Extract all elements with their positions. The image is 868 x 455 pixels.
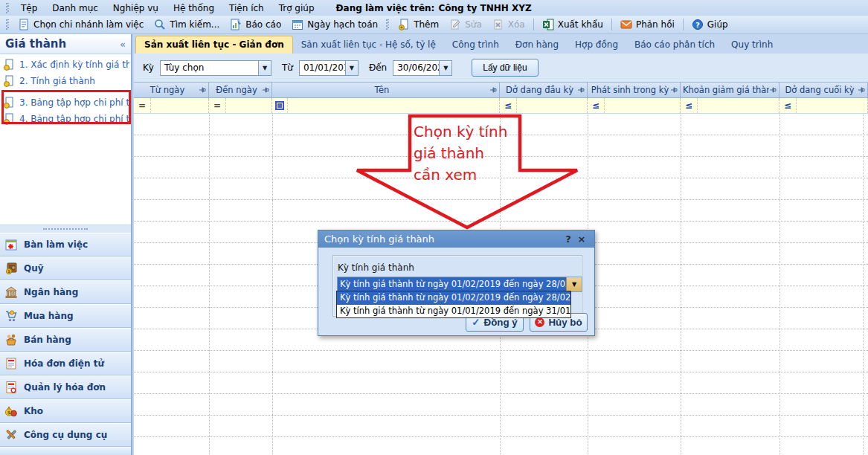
pin-icon[interactable] (489, 86, 497, 94)
tab-hop-dong[interactable]: Hợp đồng (567, 36, 626, 54)
collapse-panel-icon[interactable]: « (120, 39, 126, 50)
period-combo[interactable]: Tùy chọn ▼ (160, 60, 271, 76)
sidebar-item-tinh-gia-thanh[interactable]: 2. Tính giá thành (3, 73, 129, 89)
edit-button[interactable]: Sửa (444, 17, 487, 33)
column-header-tu-ngay[interactable]: Từ ngày (134, 82, 209, 98)
sidebar-item-bang-tap-hop-4[interactable]: 4. Bảng tập hợp chi phí the... (3, 111, 129, 127)
column-header-khoan-giam-gia-thanh[interactable]: Khoản giảm giá thành (681, 82, 779, 98)
less-equal-operator-icon[interactable]: ≤ (503, 100, 513, 111)
nav-item-ngan-hang[interactable]: Ngân hàng (0, 280, 131, 304)
checkbox-filter-icon[interactable] (275, 101, 284, 110)
tab-san-xuat-gian-don[interactable]: Sản xuất liên tục - Giản đơn (135, 36, 293, 54)
tab-don-hang[interactable]: Đơn hàng (507, 36, 567, 54)
tab-bao-cao-phan-tich[interactable]: Báo cáo phân tích (626, 36, 723, 54)
search-button[interactable]: Tìm kiếm... (149, 17, 225, 33)
nav-item-ban-hang[interactable]: Bán hàng (0, 328, 131, 352)
filter-cell-do-dang-dau-ky[interactable]: ≤ (500, 98, 588, 113)
dialog-title-bar[interactable]: Chọn kỳ tính giá thành ? × (318, 230, 594, 248)
choose-branch-button[interactable]: Chọn chi nhánh làm việc (13, 17, 149, 33)
equals-operator-icon[interactable]: = (212, 100, 222, 111)
column-header-phat-sinh-trong-ky[interactable]: Phát sinh trong kỳ (588, 82, 681, 98)
menu-nghiep-vu[interactable]: Nghiệp vụ (106, 1, 165, 15)
add-button[interactable]: Thêm (393, 17, 444, 33)
filter-cell-den-ngay[interactable]: = (209, 98, 272, 113)
filter-cell-tu-ngay[interactable]: = (134, 98, 209, 113)
report-button[interactable]: Báo cáo (225, 17, 286, 33)
pin-icon[interactable] (199, 86, 206, 94)
table-row (134, 178, 868, 200)
pin-icon[interactable] (858, 86, 865, 94)
to-date-field[interactable]: 30/06/2020 ▼ (393, 60, 452, 76)
toolbar: Chọn chi nhánh làm việc Tìm kiếm... Báo … (0, 16, 868, 34)
branch-icon (18, 19, 30, 30)
document-add-icon (3, 97, 15, 109)
filter-cell-khoan-giam[interactable]: ≤ (681, 98, 779, 113)
pin-icon[interactable] (670, 86, 678, 94)
excel-icon (542, 19, 554, 30)
table-row (134, 372, 868, 394)
toolbar-grip-icon (6, 19, 10, 30)
cash-safe-icon: $ (4, 262, 18, 275)
menu-he-thong[interactable]: Hệ thống (167, 1, 221, 15)
sidebar-item-xac-dinh-ky[interactable]: 1. Xác định kỳ tính giá thành (3, 57, 129, 73)
nav-item-hoa-don-dien-tu[interactable]: Hóa đơn điện tử (0, 352, 131, 375)
delete-button[interactable]: Xóa (487, 17, 530, 33)
from-date-field[interactable]: 01/01/2016 ▼ (299, 60, 359, 76)
less-equal-operator-icon[interactable]: ≤ (591, 100, 601, 111)
pin-icon[interactable] (769, 86, 777, 94)
export-button[interactable]: Xuất khẩu (537, 17, 608, 33)
pin-icon[interactable] (577, 86, 585, 94)
tab-san-xuat-he-so[interactable]: Sản xuất liên tục - Hệ số, tỷ lệ (293, 36, 444, 54)
working-on-label: Đang làm việc trên:Công ty TNHH XYZ (336, 3, 532, 13)
period-select-combo[interactable]: Kỳ tính giá thành từ ngày 01/02/2019 đến… (337, 277, 582, 292)
dropdown-option-jan-2019[interactable]: Kỳ tính giá thành từ ngày 01/01/2019 đến… (337, 305, 570, 318)
less-equal-operator-icon[interactable]: ≤ (684, 100, 694, 111)
column-header-ten[interactable]: Tên (272, 82, 500, 98)
help-button[interactable]: ? Giúp (687, 17, 733, 33)
nav-item-partial[interactable] (0, 447, 131, 455)
dropdown-option-feb-2019[interactable]: Kỳ tính giá thành từ ngày 01/02/2019 đến… (337, 291, 570, 305)
posting-date-button[interactable]: Ngày hạch toán (286, 17, 383, 33)
column-header-den-ngay[interactable]: Đến ngày (209, 82, 272, 98)
chevron-down-icon[interactable]: ▼ (258, 61, 271, 75)
tab-quy-trinh[interactable]: Quy trình (723, 36, 781, 54)
load-data-button[interactable]: Lấy dữ liệu (472, 59, 538, 77)
nav-item-kho[interactable]: $ Kho (0, 399, 131, 423)
to-label: Đến (369, 62, 387, 73)
filter-cell-phat-sinh[interactable]: ≤ (588, 98, 681, 113)
nav-item-ban-lam-viec[interactable]: Bàn làm việc (0, 233, 131, 256)
less-equal-operator-icon[interactable]: ≤ (782, 100, 793, 111)
nav-item-quan-ly-hoa-don[interactable]: Quản lý hóa đơn (0, 375, 131, 399)
splitter-handle-icon (43, 228, 88, 230)
feedback-button[interactable]: Phản hồi (615, 17, 680, 33)
combo-dropdown-icon[interactable]: ▼ (566, 277, 582, 291)
nav-item-quy[interactable]: $ Quỹ (0, 256, 131, 280)
svg-text:$: $ (7, 410, 11, 416)
filter-cell-ten[interactable] (272, 98, 500, 113)
nav-item-cong-cu-dung-cu[interactable]: Công cụ dụng cụ (0, 423, 131, 447)
equals-operator-icon[interactable]: = (137, 100, 147, 111)
menu-tep[interactable]: Tệp (14, 1, 44, 15)
column-header-do-dang-cuoi-ky[interactable]: Dở dang cuối kỳ (779, 82, 868, 98)
sidebar-splitter[interactable] (0, 225, 131, 233)
dialog-close-icon[interactable]: × (575, 233, 588, 245)
menu-danh-muc[interactable]: Danh mục (45, 1, 105, 15)
calendar-icon (292, 19, 303, 30)
menu-tien-ich[interactable]: Tiện ích (222, 1, 271, 15)
column-header-do-dang-dau-ky[interactable]: Dở dang đầu kỳ (500, 82, 588, 98)
bank-icon (4, 285, 18, 299)
chevron-down-icon[interactable]: ▼ (345, 61, 358, 75)
nav-item-mua-hang[interactable]: Mua hàng (0, 304, 131, 328)
toolbar-separator (533, 19, 534, 30)
document-add-icon (3, 75, 15, 87)
pin-icon[interactable] (262, 86, 269, 94)
filter-cell-do-dang-cuoi-ky[interactable]: ≤ (779, 98, 868, 113)
menu-tro-giup[interactable]: Trợ giúp (272, 1, 321, 15)
sidebar-item-bang-tap-hop-3[interactable]: 3. Bảng tập hợp chi phí the... (3, 94, 129, 111)
table-row (134, 200, 868, 222)
tools-icon (4, 428, 18, 442)
chevron-down-icon[interactable]: ▼ (439, 61, 451, 75)
tab-cong-trinh[interactable]: Công trình (444, 36, 507, 54)
company-name: Công ty TNHH XYZ (438, 3, 531, 13)
dialog-help-icon[interactable]: ? (562, 233, 575, 245)
